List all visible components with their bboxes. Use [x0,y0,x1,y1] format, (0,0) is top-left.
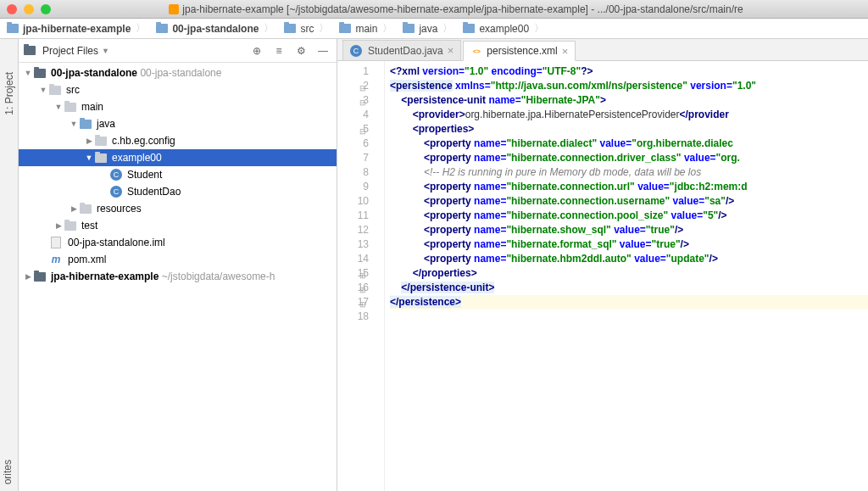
breadcrumb-label: jpa-hibernate-example [23,23,131,35]
folder-icon [156,24,168,33]
tab-label: persistence.xml [487,45,557,57]
iml-file-icon [51,237,61,248]
breadcrumb-jpa-hibernate-example[interactable]: jpa-hibernate-example [3,21,153,36]
tree-iml-file[interactable]: 00-jpa-standalone.iml [19,234,337,251]
hide-sidebar-icon[interactable]: — [314,42,331,59]
maximize-window-icon[interactable] [41,4,51,14]
breadcrumbs: jpa-hibernate-example00-jpa-standalonesr… [0,19,868,39]
folder-icon [49,86,61,95]
editor: CStudentDao.java×<>persistence.xml× 12⊟3… [337,39,868,491]
breadcrumb-src[interactable]: src [281,21,336,36]
tree-class-student[interactable]: CStudent [19,166,337,183]
folder-icon [64,103,76,112]
resources-folder-icon [80,204,92,214]
tree-main[interactable]: ▼main [19,98,337,115]
tree-root[interactable]: ▼00-jpa-standalone 00-jpa-standalone [19,64,337,81]
tree-pkg-example00[interactable]: ▼example00 [19,149,337,166]
folder-icon [7,24,19,33]
app-icon [169,4,179,14]
project-sidebar: Project Files ▼ ⊕ ≡ ⚙ — ▼00-jpa-standalo… [19,39,337,491]
favorites-tool-tab[interactable]: orites [2,460,14,484]
tree-class-studentdao[interactable]: CStudentDao [19,183,337,200]
folder-icon [339,24,351,33]
maven-file-icon: m [51,254,61,265]
breadcrumb-java[interactable]: java [399,21,459,36]
tree-src[interactable]: ▼src [19,81,337,98]
source-folder-icon [80,120,92,129]
titlebar: jpa-hibernate-example [~/jstobigdata/awe… [0,0,868,19]
breadcrumb-main[interactable]: main [336,21,399,36]
close-tab-icon[interactable]: × [448,44,454,57]
line-gutter: 12⊟3⊟45⊟6789101112131415⊞16⊞17⊞18 [337,61,385,491]
module-icon [34,69,46,78]
breadcrumb-example00[interactable]: example00 [459,21,551,36]
sidebar-header: Project Files ▼ ⊕ ≡ ⚙ — [19,39,337,63]
tree-test[interactable]: ▶test [19,217,337,234]
breadcrumb-00-jpa-standalone[interactable]: 00-jpa-standalone [153,21,281,36]
tree-pom-file[interactable]: mpom.xml [19,251,337,268]
class-icon: C [110,186,122,198]
class-icon: C [350,45,362,57]
breadcrumb-label: example00 [479,23,529,35]
window-controls [7,4,51,14]
collapse-all-icon[interactable]: ≡ [270,42,287,59]
tab-label: StudentDao.java [368,45,443,57]
scroll-from-source-icon[interactable]: ⊕ [248,42,265,59]
tab-StudentDao-java[interactable]: CStudentDao.java× [342,40,461,60]
xml-file-icon: <> [470,45,482,57]
code-content[interactable]: <?xml version="1.0" encoding="UTF-8"?><p… [385,61,868,491]
settings-gear-icon[interactable]: ⚙ [292,42,309,59]
code-area[interactable]: 12⊟3⊟45⊟6789101112131415⊞16⊞17⊞18 <?xml … [337,61,868,491]
tree-pkg-config[interactable]: ▶c.hb.eg.config [19,132,337,149]
module-icon [34,272,46,282]
tree-resources[interactable]: ▶resources [19,200,337,217]
project-tool-tab[interactable]: 1: Project [1,64,18,123]
tree-sibling-module[interactable]: ▶jpa-hibernate-example ~/jstobigdata/awe… [19,268,337,285]
breadcrumb-label: src [300,23,314,35]
folder-icon [284,24,296,33]
folder-icon [64,221,76,231]
left-gutter: 1: Project orites [0,39,19,491]
package-icon [95,137,107,146]
minimize-window-icon[interactable] [24,4,34,14]
project-tree: ▼00-jpa-standalone 00-jpa-standalone ▼sr… [19,63,337,491]
folder-icon [403,24,415,33]
project-files-icon [24,46,36,55]
close-tab-icon[interactable]: × [562,45,569,58]
breadcrumb-label: 00-jpa-standalone [172,23,259,35]
package-icon [95,153,107,163]
breadcrumb-label: main [355,23,377,35]
tab-persistence-xml[interactable]: <>persistence.xml× [463,41,576,61]
window-title: jpa-hibernate-example [~/jstobigdata/awe… [51,3,861,15]
folder-icon [463,24,475,33]
tree-java[interactable]: ▼java [19,115,337,132]
class-icon: C [110,169,122,181]
breadcrumb-label: java [419,23,437,35]
project-view-selector[interactable]: Project Files ▼ [42,45,109,57]
editor-tabs: CStudentDao.java×<>persistence.xml× [337,39,868,61]
chevron-down-icon: ▼ [102,47,109,55]
close-window-icon[interactable] [7,4,17,14]
